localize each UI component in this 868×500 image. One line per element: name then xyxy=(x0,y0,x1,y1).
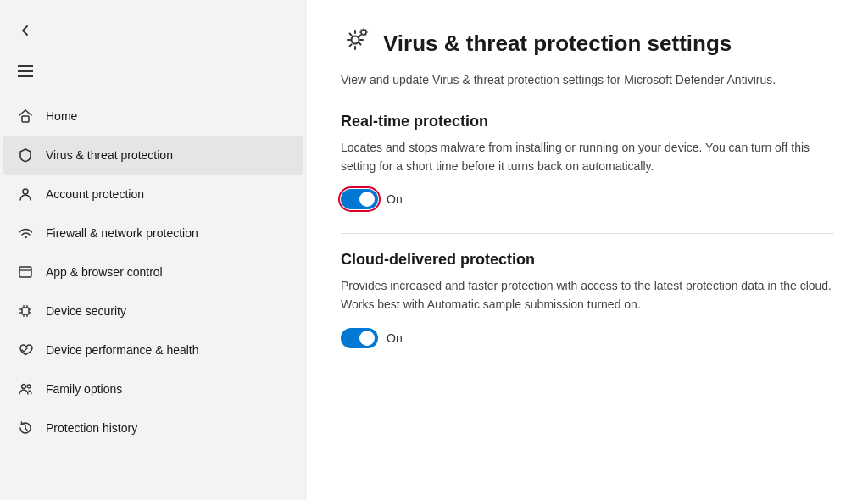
sidebar-item-label-home: Home xyxy=(46,109,77,123)
section-cloud-delivered: Cloud-delivered protectionProvides incre… xyxy=(341,251,834,347)
toggle-row-cloud-delivered: On xyxy=(341,328,834,348)
svg-point-18 xyxy=(352,36,359,44)
sidebar-item-account-protection[interactable]: Account protection xyxy=(3,175,303,214)
hamburger-button[interactable] xyxy=(10,56,41,86)
main-content: Virus & threat protection settings View … xyxy=(307,0,868,500)
sidebar-item-app-browser[interactable]: App & browser control xyxy=(3,253,303,292)
sidebar-item-label-device-health: Device performance & health xyxy=(46,343,199,357)
shield-icon xyxy=(17,147,34,164)
sidebar-item-label-device-security: Device security xyxy=(46,304,126,318)
sidebar-item-protection-history[interactable]: Protection history xyxy=(3,408,303,447)
svg-line-17 xyxy=(25,429,27,431)
sidebar-item-label-virus-threat: Virus & threat protection xyxy=(46,148,173,162)
person-icon xyxy=(17,186,34,203)
toggle-label-real-time: On xyxy=(387,192,403,206)
svg-point-14 xyxy=(22,385,26,389)
sidebar-item-device-health[interactable]: Device performance & health xyxy=(3,331,303,369)
sidebar-item-label-family: Family options xyxy=(46,382,122,396)
settings-gear-icon xyxy=(341,24,373,56)
page-subtitle: View and update Virus & threat protectio… xyxy=(341,71,834,89)
heart-icon xyxy=(17,342,34,358)
page-header: Virus & threat protection settings xyxy=(341,24,834,63)
chip-icon xyxy=(17,303,34,319)
section-desc-cloud-delivered: Provides increased and faster protection… xyxy=(341,277,834,314)
sidebar-item-firewall[interactable]: Firewall & network protection xyxy=(3,214,303,253)
history-icon xyxy=(17,419,34,436)
sidebar-item-home[interactable]: Home xyxy=(3,97,303,136)
svg-rect-0 xyxy=(22,116,29,122)
section-divider xyxy=(341,233,834,234)
section-real-time: Real-time protectionLocates and stops ma… xyxy=(341,113,834,209)
hamburger-icon xyxy=(18,65,33,77)
svg-point-15 xyxy=(27,385,31,388)
section-title-real-time: Real-time protection xyxy=(341,113,834,131)
section-title-cloud-delivered: Cloud-delivered protection xyxy=(341,251,834,269)
svg-point-1 xyxy=(23,189,28,194)
section-desc-real-time: Locates and stops malware from installin… xyxy=(341,139,834,175)
page-header-icon xyxy=(341,24,373,63)
sidebar-nav: HomeVirus & threat protectionAccount pro… xyxy=(0,97,307,447)
home-icon xyxy=(17,108,34,125)
sidebar-item-label-app-browser: App & browser control xyxy=(46,265,163,279)
svg-point-2 xyxy=(25,236,27,239)
toggle-switch-real-time[interactable] xyxy=(341,189,378,209)
toggle-label-cloud-delivered: On xyxy=(387,331,403,345)
back-button[interactable] xyxy=(10,15,41,46)
toggle-thumb xyxy=(359,331,375,346)
toggle-switch-cloud-delivered[interactable] xyxy=(341,328,378,348)
svg-rect-3 xyxy=(19,267,31,277)
toggle-row-real-time: On xyxy=(341,189,834,209)
sidebar-item-label-firewall: Firewall & network protection xyxy=(46,226,198,240)
group-icon xyxy=(17,381,34,397)
sidebar-item-family[interactable]: Family options xyxy=(3,369,303,408)
window-icon xyxy=(17,264,34,281)
sidebar-item-virus-threat[interactable]: Virus & threat protection xyxy=(3,136,303,175)
wifi-icon xyxy=(17,225,34,242)
svg-rect-5 xyxy=(22,308,29,314)
sections-container: Real-time protectionLocates and stops ma… xyxy=(341,113,834,348)
sidebar-item-label-protection-history: Protection history xyxy=(46,421,137,435)
sidebar-item-device-security[interactable]: Device security xyxy=(3,292,303,331)
page-title: Virus & threat protection settings xyxy=(383,31,732,57)
sidebar: HomeVirus & threat protectionAccount pro… xyxy=(0,0,307,500)
sidebar-item-label-account-protection: Account protection xyxy=(46,187,144,201)
back-icon xyxy=(19,24,32,37)
